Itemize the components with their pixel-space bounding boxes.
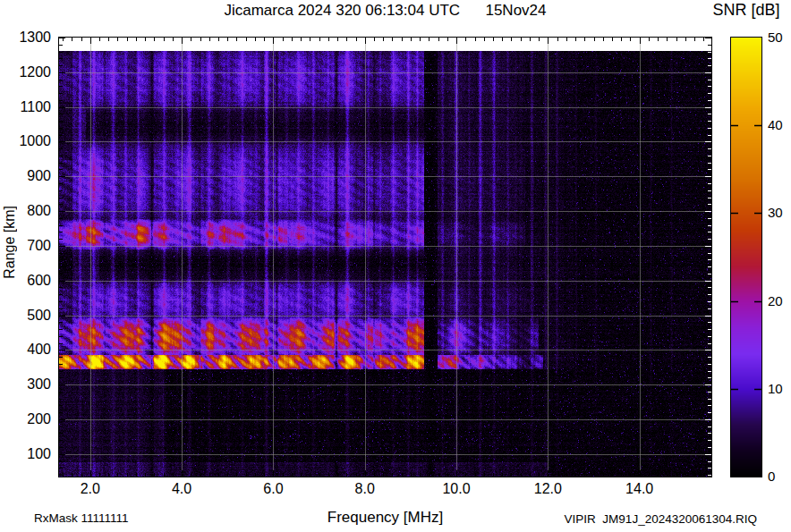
x-tick-label: 2.0 — [65, 481, 115, 497]
y-tick-label: 1200 — [6, 64, 51, 80]
rxmask-label: RxMask 11111111 — [34, 511, 129, 525]
colorbar-tick-label: 10 — [768, 381, 791, 396]
x-tick-label: 12.0 — [523, 481, 573, 497]
plot-title: Jicamarca 2024 320 06:13:04 UTC 15Nov24 — [59, 2, 711, 20]
y-tick-label: 600 — [6, 273, 51, 289]
y-tick-label: 900 — [6, 168, 51, 184]
x-tick-label: 6.0 — [248, 481, 298, 497]
x-tick-label: 14.0 — [615, 481, 665, 497]
ionogram-heatmap-canvas — [58, 37, 712, 477]
y-tick-label: 200 — [6, 411, 51, 427]
colorbar-tick-label: 0 — [768, 469, 791, 484]
y-tick-label: 1000 — [6, 133, 51, 149]
y-tick-label: 800 — [6, 203, 51, 219]
colorbar-tick-label: 50 — [768, 30, 791, 45]
y-tick-label: 400 — [6, 342, 51, 358]
colorbar-canvas — [730, 37, 762, 477]
y-tick-label: 1300 — [6, 30, 51, 46]
y-tick-label: 500 — [6, 308, 51, 324]
colorbar-tick-label: 40 — [768, 117, 791, 132]
colorbar-title: SNR [dB] — [702, 1, 791, 20]
x-tick-label: 10.0 — [431, 481, 481, 497]
colorbar-tick-label: 30 — [768, 205, 791, 220]
y-tick-label: 1100 — [6, 99, 51, 115]
y-tick-label: 300 — [6, 376, 51, 393]
y-tick-label: 100 — [6, 446, 51, 462]
x-tick-label: 8.0 — [340, 481, 390, 497]
y-tick-label: 700 — [6, 238, 51, 254]
colorbar-tick-label: 20 — [768, 293, 791, 308]
x-tick-label: 4.0 — [157, 481, 207, 497]
ionogram-viewer: Jicamarca 2024 320 06:13:04 UTC 15Nov24 … — [0, 0, 791, 532]
file-label: VIPIR JM91J_2024320061304.RIQ — [498, 512, 757, 526]
